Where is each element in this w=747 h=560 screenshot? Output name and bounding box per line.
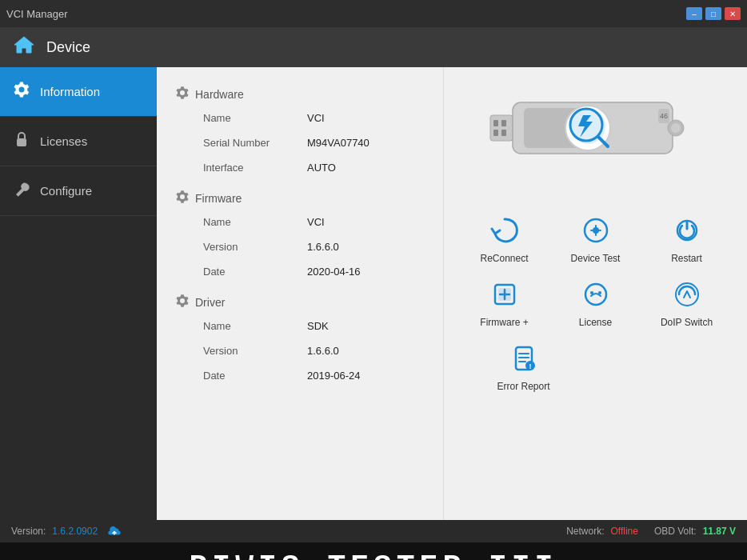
error-report-label: Error Report (497, 381, 550, 392)
license-label: License (579, 317, 612, 328)
app-title: VCI Manager (6, 8, 68, 20)
reconnect-icon (487, 213, 522, 248)
header-bar: Device (0, 27, 747, 67)
svg-rect-2 (490, 115, 513, 141)
restart-label: Restart (671, 253, 702, 264)
driver-date-label: Date (203, 370, 307, 382)
hardware-interface-label: Interface (203, 162, 307, 174)
driver-date-row: Date 2019-06-24 (176, 367, 424, 384)
driver-version-label: Version (203, 345, 307, 357)
hardware-serial-label: Serial Number (203, 137, 307, 149)
obd-value: 11.87 V (703, 526, 736, 537)
sidebar-item-licenses-label: Licenses (40, 134, 87, 148)
right-panel: 46 ReConnect (443, 67, 747, 520)
firmware-version-value: 1.6.6.0 (307, 241, 339, 253)
svg-text:!: ! (529, 362, 531, 370)
firmware-date-value: 2020-04-16 (307, 266, 361, 278)
sidebar: Information Licenses Configure (0, 67, 157, 520)
doip-switch-icon (669, 277, 705, 312)
hardware-name-value: VCI (307, 112, 325, 124)
main-layout: Information Licenses Configure (0, 67, 747, 520)
sidebar-item-licenses[interactable]: Licenses (0, 117, 157, 166)
action-grid-row3: ! Error Report (493, 336, 699, 397)
action-grid-row2: Firmware + License (469, 272, 723, 333)
home-icon[interactable] (13, 35, 35, 59)
title-bar-controls: – □ ✕ (686, 7, 741, 20)
firmware-button[interactable]: Firmware + (469, 272, 541, 333)
title-bar-left: VCI Manager (6, 8, 68, 20)
sidebar-item-configure[interactable]: Configure (0, 166, 157, 216)
driver-name-label: Name (203, 320, 307, 332)
svg-point-19 (593, 227, 599, 234)
lock-icon (13, 131, 30, 151)
restart-button[interactable]: Restart (651, 208, 723, 269)
device-test-button[interactable]: Device Test (560, 208, 632, 269)
firmware-version-row: Version 1.6.6.0 (176, 238, 424, 255)
device-image: 46 (484, 80, 708, 192)
reconnect-label: ReConnect (480, 253, 528, 264)
error-report-button[interactable]: ! Error Report (493, 336, 555, 397)
hardware-interface-row: Interface AUTO (176, 159, 424, 176)
svg-rect-4 (501, 120, 506, 126)
hardware-name-label: Name (203, 112, 307, 124)
cloud-icon (107, 525, 122, 538)
hardware-serial-value: M94VA07740 (307, 137, 370, 149)
reconnect-button[interactable]: ReConnect (469, 208, 541, 269)
hardware-interface-value: AUTO (307, 162, 336, 174)
svg-text:46: 46 (659, 112, 667, 120)
doip-switch-label: DoIP Switch (661, 317, 713, 328)
firmware-version-label: Version (203, 241, 307, 253)
firmware-name-value: VCI (307, 216, 325, 228)
title-bar: VCI Manager – □ ✕ (0, 0, 747, 27)
sidebar-item-information[interactable]: Information (0, 67, 157, 117)
device-test-label: Device Test (571, 253, 621, 264)
svg-point-17 (671, 123, 681, 133)
version-label: Version: (11, 526, 46, 537)
gear-icon (13, 82, 30, 102)
driver-gear-icon (176, 294, 189, 310)
version-value: 1.6.2.0902 (52, 526, 98, 537)
page-title: Device (46, 39, 90, 56)
svg-rect-6 (501, 130, 506, 136)
firmware-date-row: Date 2020-04-16 (176, 263, 424, 280)
hardware-section-title: Hardware (195, 88, 244, 101)
firmware-section-header: Firmware (176, 190, 424, 206)
driver-name-value: SDK (307, 320, 329, 332)
hardware-name-row: Name VCI (176, 110, 424, 126)
minimize-button[interactable]: – (686, 7, 702, 20)
svg-point-28 (598, 291, 601, 294)
firmware-label: Firmware + (480, 317, 528, 328)
maximize-button[interactable]: □ (705, 7, 721, 20)
driver-date-value: 2019-06-24 (307, 370, 361, 382)
driver-version-row: Version 1.6.6.0 (176, 342, 424, 359)
svg-rect-5 (493, 130, 498, 136)
network-value: Offline (610, 526, 637, 537)
piwis-footer: PIWIS TESTER III (0, 542, 747, 560)
svg-marker-0 (14, 37, 34, 53)
status-bar: Version: 1.6.2.0902 Network: Offline OBD… (0, 520, 747, 542)
firmware-gear-icon (176, 190, 189, 206)
piwis-text: PIWIS TESTER III (190, 550, 558, 561)
firmware-name-row: Name VCI (176, 214, 424, 230)
sidebar-item-information-label: Information (40, 85, 100, 98)
firmware-name-label: Name (203, 216, 307, 228)
svg-rect-1 (17, 138, 26, 146)
close-button[interactable]: ✕ (725, 7, 741, 20)
doip-switch-button[interactable]: DoIP Switch (651, 272, 723, 333)
firmware-icon (487, 277, 522, 312)
license-button[interactable]: License (560, 272, 632, 333)
driver-section-header: Driver (176, 294, 424, 310)
firmware-section-title: Firmware (195, 192, 242, 205)
action-grid-row1: ReConnect Device Test (469, 208, 723, 269)
wrench-icon (13, 181, 30, 201)
vci-device-svg: 46 (484, 80, 700, 176)
license-icon (578, 277, 613, 312)
restart-icon (669, 213, 705, 248)
svg-point-27 (590, 291, 593, 294)
driver-name-row: Name SDK (176, 318, 424, 334)
content-area: Hardware Name VCI Serial Number M94VA077… (157, 67, 443, 520)
obd-label: OBD Volt: (654, 526, 697, 537)
hardware-section-header: Hardware (176, 86, 424, 102)
svg-rect-3 (493, 120, 498, 126)
hardware-gear-icon (176, 86, 189, 102)
